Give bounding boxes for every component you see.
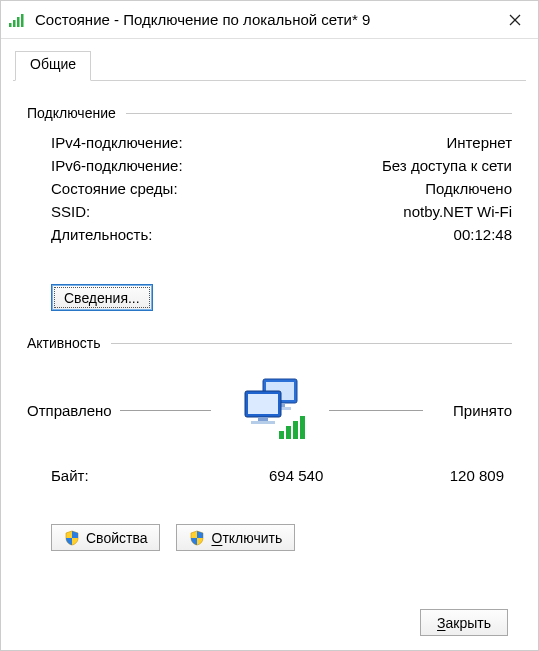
activity-indicator-row: Отправлено <box>27 375 512 445</box>
svg-rect-1 <box>13 20 16 27</box>
details-button[interactable]: Сведения... <box>51 284 153 311</box>
properties-button-label: Свойства <box>86 530 147 546</box>
action-buttons-row: Свойства Отключить <box>51 524 512 551</box>
duration-value: 00:12:48 <box>454 226 512 243</box>
bytes-sent-value: 694 540 <box>216 467 340 484</box>
bytes-label: Байт: <box>51 467 216 484</box>
window-title: Состояние - Подключение по локальной сет… <box>29 11 492 28</box>
svg-rect-3 <box>21 14 24 27</box>
divider <box>329 410 424 411</box>
dialog-footer: Закрыть <box>13 599 526 650</box>
duration-label: Длительность: <box>51 226 152 243</box>
connection-section-header: Подключение <box>27 105 512 121</box>
divider <box>120 410 211 411</box>
bytes-row: Байт: 694 540 120 809 <box>27 445 512 484</box>
bytes-received-value: 120 809 <box>367 467 504 484</box>
activity-section-header: Активность <box>27 335 512 351</box>
divider <box>111 343 512 344</box>
svg-rect-12 <box>258 417 268 421</box>
disable-button-label: Отключить <box>211 530 282 546</box>
close-button[interactable]: Закрыть <box>420 609 508 636</box>
svg-rect-17 <box>300 416 305 439</box>
sent-label: Отправлено <box>27 402 116 419</box>
ssid-row: SSID: notby.NET Wi-Fi <box>27 200 512 223</box>
close-button-label: Закрыть <box>437 615 491 631</box>
shield-icon <box>189 530 205 546</box>
divider <box>126 113 512 114</box>
ipv6-row: IPv6-подключение: Без доступа к сети <box>27 154 512 177</box>
details-button-row: Сведения... <box>51 284 512 311</box>
tab-general[interactable]: Общие <box>15 51 91 81</box>
status-window: Состояние - Подключение по локальной сет… <box>0 0 539 651</box>
ssid-value: notby.NET Wi-Fi <box>403 203 512 220</box>
signal-icon <box>9 13 29 27</box>
general-panel: Подключение IPv4-подключение: Интернет I… <box>13 81 526 599</box>
disable-button[interactable]: Отключить <box>176 524 295 551</box>
network-activity-icon <box>215 375 325 445</box>
activity-section-label: Активность <box>27 335 101 351</box>
ipv4-value: Интернет <box>447 134 512 151</box>
received-label: Принято <box>427 402 512 419</box>
titlebar: Состояние - Подключение по локальной сет… <box>1 1 538 39</box>
svg-rect-11 <box>248 394 278 414</box>
svg-rect-14 <box>279 431 284 439</box>
svg-rect-13 <box>251 421 275 424</box>
ssid-label: SSID: <box>51 203 90 220</box>
ipv6-value: Без доступа к сети <box>382 157 512 174</box>
ipv4-row: IPv4-подключение: Интернет <box>27 131 512 154</box>
close-icon[interactable] <box>492 1 538 38</box>
dialog-body: Общие Подключение IPv4-подключение: Инте… <box>1 39 538 650</box>
ipv6-label: IPv6-подключение: <box>51 157 183 174</box>
ipv4-label: IPv4-подключение: <box>51 134 183 151</box>
media-state-value: Подключено <box>425 180 512 197</box>
properties-button[interactable]: Свойства <box>51 524 160 551</box>
connection-section-label: Подключение <box>27 105 116 121</box>
media-state-label: Состояние среды: <box>51 180 178 197</box>
shield-icon <box>64 530 80 546</box>
svg-rect-16 <box>293 421 298 439</box>
tab-strip: Общие <box>13 51 526 81</box>
svg-rect-15 <box>286 426 291 439</box>
svg-rect-0 <box>9 23 12 27</box>
svg-rect-2 <box>17 17 20 27</box>
media-state-row: Состояние среды: Подключено <box>27 177 512 200</box>
duration-row: Длительность: 00:12:48 <box>27 223 512 246</box>
